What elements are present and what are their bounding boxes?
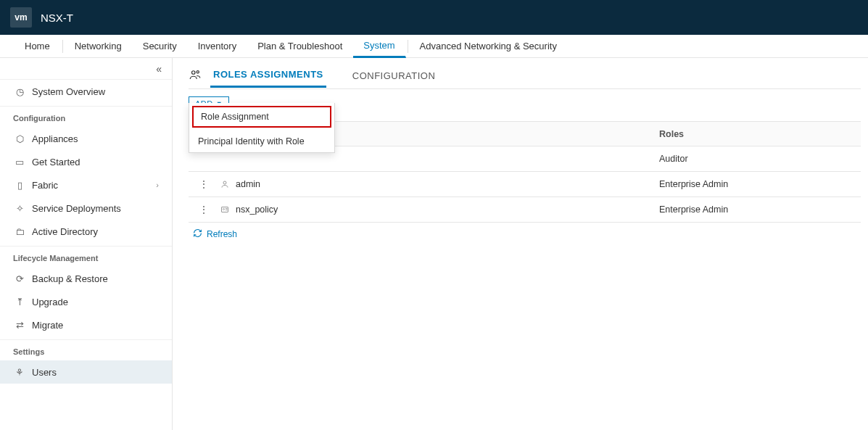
sidebar-system-overview[interactable]: ◷ System Overview — [0, 80, 172, 103]
sidebar-item-label: Users — [32, 367, 57, 378]
dropdown-principal-identity[interactable]: Principal Identity with Role — [189, 131, 334, 152]
nav-advanced-networking[interactable]: Advanced Networking & Security — [410, 35, 568, 58]
appliances-icon: ⬡ — [13, 133, 26, 144]
dashboard-icon: ◷ — [13, 86, 26, 97]
row-role-cell: Auditor — [659, 154, 861, 164]
users-icon: ⚘ — [13, 367, 26, 378]
col-roles-header: Roles — [659, 129, 861, 139]
fabric-icon: ▯ — [13, 180, 26, 191]
sidebar-item-label: Fabric — [32, 180, 58, 191]
more-icon[interactable]: ⋮ — [199, 178, 209, 190]
more-icon[interactable]: ⋮ — [199, 204, 209, 215]
row-actions[interactable]: ⋮ — [189, 178, 219, 190]
refresh-button[interactable]: Refresh — [189, 223, 861, 246]
upgrade-icon: ⤒ — [13, 297, 26, 307]
sidebar-appliances[interactable]: ⬡ Appliances — [0, 127, 172, 150]
nav-divider — [408, 40, 408, 53]
sidebar-item-label: Appliances — [32, 133, 78, 144]
table-row: ⋮ nsx_policy Enterprise Admin — [189, 197, 861, 223]
sidebar-separator — [0, 339, 172, 340]
sidebar-item-label: Backup & Restore — [32, 273, 108, 284]
sidebar-upgrade[interactable]: ⤒ Upgrade — [0, 290, 172, 313]
user-name: admin — [236, 179, 260, 189]
row-user-cell: nsx_policy — [219, 204, 659, 215]
sidebar-backup-restore[interactable]: ⟳ Backup & Restore — [0, 267, 172, 290]
svg-point-0 — [192, 71, 196, 75]
card-icon — [219, 205, 231, 214]
main-pane: ROLES ASSIGNMENTS CONFIGURATION ADD ▼ Ro… — [173, 58, 868, 430]
sidebar-item-label: Migrate — [32, 320, 63, 331]
nav-home[interactable]: Home — [15, 35, 61, 58]
migrate-icon: ⇄ — [13, 320, 26, 331]
row-role-cell: Enterprise Admin — [659, 179, 861, 189]
sidebar-collapse-row: « — [0, 58, 172, 80]
user-icon — [219, 180, 231, 189]
backup-icon: ⟳ — [13, 273, 26, 284]
svg-point-1 — [197, 71, 199, 73]
product-name: NSX-T — [41, 12, 73, 24]
getstarted-icon: ▭ — [13, 157, 26, 168]
svg-point-4 — [223, 209, 225, 210]
add-dropdown: Role Assignment Principal Identity with … — [189, 103, 335, 153]
sidebar-separator — [0, 106, 172, 107]
vm-logo: vm — [10, 7, 32, 28]
nav-inventory[interactable]: Inventory — [188, 35, 247, 58]
tab-roles-assignments[interactable]: ROLES ASSIGNMENTS — [210, 69, 326, 88]
sidebar-item-label: Upgrade — [32, 297, 68, 307]
sidebar-item-label: Active Directory — [32, 226, 98, 237]
sidebar-item-label: Get Started — [32, 157, 80, 168]
sidebar-active-directory[interactable]: 🗀 Active Directory — [0, 220, 172, 243]
subtabs-row: ROLES ASSIGNMENTS CONFIGURATION — [189, 68, 861, 89]
nav-divider — [62, 40, 63, 53]
sidebar-separator — [0, 246, 172, 247]
sidebar-group-lifecycle: Lifecycle Management — [0, 249, 172, 267]
user-name: nsx_policy — [236, 204, 278, 215]
collapse-icon[interactable]: « — [156, 63, 162, 75]
sidebar-group-configuration: Configuration — [0, 109, 172, 127]
topbar: vm NSX-T — [0, 0, 868, 35]
nav-security[interactable]: Security — [133, 35, 188, 58]
nav-networking[interactable]: Networking — [65, 35, 133, 58]
sidebar-migrate[interactable]: ⇄ Migrate — [0, 313, 172, 336]
sidebar-item-label: System Overview — [32, 86, 105, 97]
users-page-icon — [189, 68, 202, 84]
sidebar-item-label: Service Deployments — [32, 203, 121, 214]
svg-point-2 — [223, 181, 226, 184]
refresh-label: Refresh — [207, 229, 237, 239]
main-nav: Home Networking Security Inventory Plan … — [0, 35, 868, 58]
sidebar-service-deployments[interactable]: ✧ Service Deployments — [0, 197, 172, 220]
nav-plan-troubleshoot[interactable]: Plan & Troubleshoot — [247, 35, 353, 58]
row-user-cell: admin — [219, 179, 659, 189]
row-actions[interactable]: ⋮ — [189, 204, 219, 215]
refresh-icon — [193, 228, 202, 240]
sidebar: « ◷ System Overview Configuration ⬡ Appl… — [0, 58, 173, 430]
sidebar-users[interactable]: ⚘ Users — [0, 360, 172, 384]
nav-system[interactable]: System — [353, 35, 405, 58]
sidebar-get-started[interactable]: ▭ Get Started — [0, 150, 172, 173]
row-role-cell: Enterprise Admin — [659, 204, 861, 215]
chevron-right-icon: › — [156, 181, 159, 189]
content-area: « ◷ System Overview Configuration ⬡ Appl… — [0, 58, 868, 430]
sidebar-fabric[interactable]: ▯ Fabric › — [0, 173, 172, 197]
folder-icon: 🗀 — [13, 226, 26, 237]
sidebar-group-settings: Settings — [0, 343, 172, 360]
service-icon: ✧ — [13, 203, 26, 214]
tab-configuration[interactable]: CONFIGURATION — [350, 70, 439, 87]
table-row: ⋮ admin Enterprise Admin — [189, 172, 861, 197]
dropdown-role-assignment[interactable]: Role Assignment — [192, 106, 331, 128]
